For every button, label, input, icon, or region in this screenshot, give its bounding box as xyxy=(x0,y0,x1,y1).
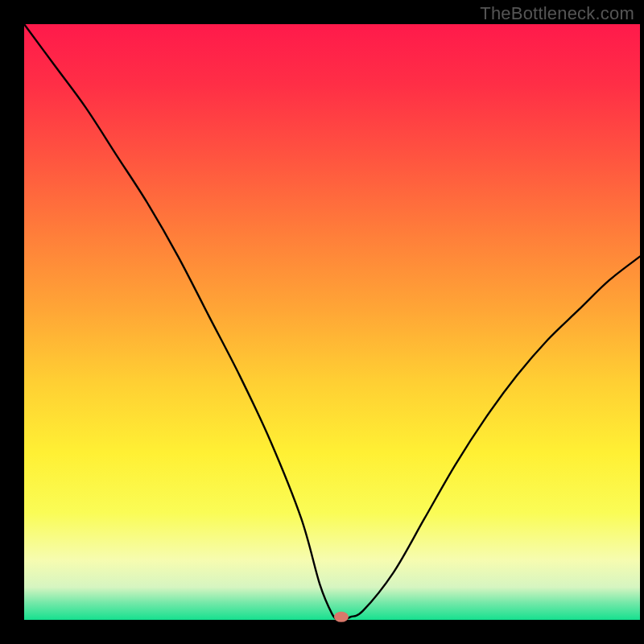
watermark-text: TheBottleneck.com xyxy=(480,3,634,24)
bottleneck-chart xyxy=(0,0,644,644)
plot-background xyxy=(24,24,640,620)
chart-container: TheBottleneck.com xyxy=(0,0,644,644)
optimal-point-marker xyxy=(334,612,349,622)
